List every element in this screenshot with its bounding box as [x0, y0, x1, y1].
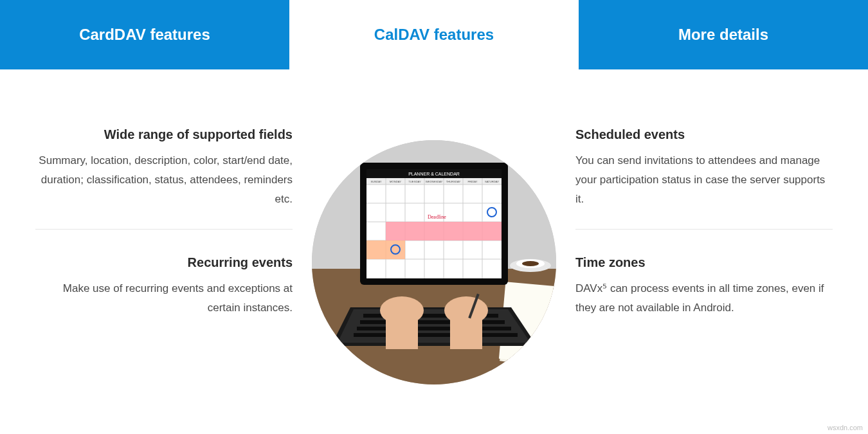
tab-more-details[interactable]: More details: [579, 0, 868, 69]
svg-rect-11: [360, 320, 505, 324]
feature-image: PLANNER & CALENDAR SUNDAY MONDAY TUESDAY…: [312, 140, 556, 384]
content-area: Wide range of supported fields Summary, …: [0, 69, 868, 384]
feature-title: Recurring events: [35, 255, 293, 270]
feature-body: DAVx⁵ can process events in all time zon…: [575, 279, 833, 318]
feature-recurring-events: Recurring events Make use of recurring e…: [35, 255, 293, 338]
feature-title: Time zones: [575, 255, 833, 270]
tab-label: More details: [678, 26, 768, 44]
left-column: Wide range of supported fields Summary, …: [35, 127, 293, 338]
feature-body: You can send invitations to attendees an…: [575, 151, 833, 208]
watermark: wsxdn.com: [827, 424, 863, 431]
feature-body: Make use of recurring events and excepti…: [35, 279, 293, 318]
svg-text:SATURDAY: SATURDAY: [485, 180, 499, 183]
divider: [35, 229, 293, 230]
svg-rect-12: [357, 327, 511, 330]
svg-point-7: [522, 261, 539, 266]
center-column: PLANNER & CALENDAR SUNDAY MONDAY TUESDAY…: [312, 127, 556, 384]
tabs-bar: CardDAV features CalDAV features More de…: [0, 0, 868, 69]
calendar-caption: PLANNER & CALENDAR: [408, 172, 460, 176]
tab-carddav[interactable]: CardDAV features: [0, 0, 289, 69]
svg-text:MONDAY: MONDAY: [390, 180, 401, 183]
tab-caldav[interactable]: CalDAV features: [289, 0, 579, 69]
svg-text:SUNDAY: SUNDAY: [370, 180, 381, 183]
right-column: Scheduled events You can send invitation…: [575, 127, 833, 338]
svg-text:TUESDAY: TUESDAY: [408, 180, 421, 183]
svg-text:Deadline: Deadline: [428, 214, 446, 220]
tab-label: CardDAV features: [79, 26, 210, 44]
feature-title: Wide range of supported fields: [35, 127, 293, 142]
svg-text:FRIDAY: FRIDAY: [467, 180, 477, 183]
svg-text:THURSDAY: THURSDAY: [446, 180, 461, 183]
feature-time-zones: Time zones DAVx⁵ can process events in a…: [575, 255, 833, 338]
calendar-laptop-icon: PLANNER & CALENDAR SUNDAY MONDAY TUESDAY…: [312, 140, 556, 384]
svg-text:WEDNESDAY: WEDNESDAY: [426, 180, 443, 183]
svg-rect-13: [354, 333, 518, 337]
feature-title: Scheduled events: [575, 127, 833, 142]
svg-rect-43: [386, 317, 418, 349]
divider: [575, 229, 833, 230]
feature-supported-fields: Wide range of supported fields Summary, …: [35, 127, 293, 229]
feature-body: Summary, location, description, color, s…: [35, 151, 293, 208]
tab-label: CalDAV features: [374, 26, 494, 44]
feature-scheduled-events: Scheduled events You can send invitation…: [575, 127, 833, 229]
svg-rect-36: [386, 222, 502, 240]
svg-rect-44: [450, 317, 482, 349]
